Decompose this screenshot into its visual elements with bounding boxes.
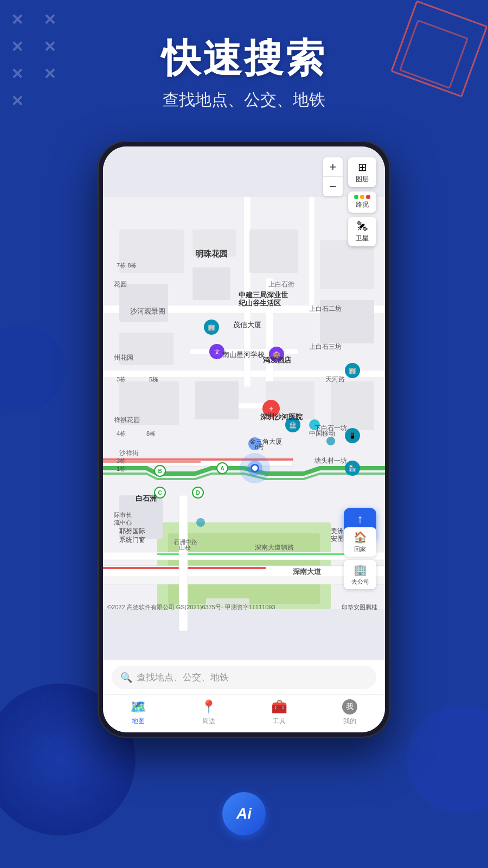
svg-text:沙祥街: 沙祥街 [119,449,139,457]
satellite-icon: 🛰 [350,220,374,233]
map-copyright: ©2022 高德软件有限公司 GS(2021)6375号- 甲测资字111110… [103,601,385,614]
profile-nav-icon: 我 [342,699,357,714]
phone-mockup: B A C D [98,141,390,738]
map-area[interactable]: B A C D [103,146,385,660]
svg-text:🏢: 🏢 [349,367,356,374]
svg-point-44 [252,465,258,471]
svg-text:花园: 花园 [114,280,127,288]
svg-text:1栋: 1栋 [117,465,126,472]
svg-text:上白石二坊: 上白石二坊 [309,305,342,312]
svg-text:流中心: 流中心 [114,519,132,526]
ai-badge-container: Ai [222,792,266,835]
nav-label-profile: 我的 [343,717,356,726]
ai-badge[interactable]: Ai [222,792,266,835]
nav-item-tools[interactable]: 🧰 工具 [244,699,314,726]
svg-text:3栋: 3栋 [117,457,126,464]
nearby-nav-icon: 📍 [201,699,217,714]
svg-text:白石洲: 白石洲 [136,494,157,502]
svg-text:3栋: 3栋 [117,376,126,382]
traffic-button[interactable]: 路况 [348,192,376,213]
svg-text:茂信大厦: 茂信大厦 [233,321,261,329]
nav-item-map[interactable]: 🗺️ 地图 [103,699,174,726]
ai-badge-text: Ai [236,805,252,822]
satellite-label: 卫星 [356,234,369,242]
svg-rect-25 [320,240,374,289]
svg-rect-28 [195,381,239,419]
nav-label-nearby: 周边 [202,717,215,726]
svg-point-62 [326,437,335,445]
svg-text:深南大道辅路: 深南大道辅路 [255,544,294,551]
search-input-wrap[interactable]: 🔍 查找地点、公交、地铁 [112,666,376,689]
layers-button[interactable]: ⊞ 图层 [348,157,376,187]
svg-text:际市长: 际市长 [114,512,132,518]
svg-rect-24 [249,229,298,273]
cross-icon: ✕ [11,11,23,29]
map-nav-icon: 🗺️ [130,699,146,714]
quick-buttons: 🏠 回家 🏢 去公司 [344,527,376,589]
svg-text:+: + [269,404,273,413]
svg-text:7栋 8栋: 7栋 8栋 [117,262,137,269]
cross-icon: ✕ [43,11,56,29]
company-button[interactable]: 🏢 去公司 [344,560,376,589]
svg-text:深南大道: 深南大道 [293,567,322,576]
svg-text:B: B [158,468,162,474]
svg-text:天河路: 天河路 [325,375,345,383]
search-placeholder: 查找地点、公交、地铁 [137,671,229,684]
svg-rect-4 [103,577,385,584]
svg-text:上白石街: 上白石街 [268,280,294,288]
route-icon: ↑ [357,512,363,526]
company-icon: 🏢 [346,563,374,576]
svg-rect-30 [331,381,374,430]
main-title: 快速搜索 [0,33,488,85]
svg-text:下白石一坊: 下白石一坊 [314,424,347,432]
layers-label: 图层 [356,175,369,183]
satellite-button[interactable]: 🛰 卫星 [348,217,376,246]
zoom-in-button[interactable]: + [323,157,343,177]
zoom-out-button[interactable]: − [323,177,343,196]
svg-text:📱: 📱 [349,432,356,439]
zoom-controls: + − [323,157,343,196]
svg-text:上白石三坊: 上白石三坊 [309,343,342,350]
svg-text:🏦: 🏦 [289,421,297,429]
svg-text:A: A [220,465,224,471]
home-button[interactable]: 🏠 回家 [344,527,376,557]
traffic-label: 路况 [356,201,369,208]
svg-text:8栋: 8栋 [146,430,156,437]
deco-circle-mid-left [0,326,65,412]
svg-text:鸿发酒店: 鸿发酒店 [263,356,292,364]
svg-text:塘头村一坊: 塘头村一坊 [314,457,347,464]
nav-item-profile[interactable]: 我 我的 [314,699,385,726]
svg-text:🏢: 🏢 [208,323,215,331]
sub-title: 查找地点、公交、地铁 [0,89,488,111]
svg-text:C: C [158,490,162,496]
svg-text:5栋: 5栋 [149,376,158,382]
svg-text:州花园: 州花园 [114,354,133,361]
deco-circle-bottom-right [407,705,488,814]
nav-label-map: 地图 [132,717,145,726]
svg-text:纪山谷生活区: 纪山谷生活区 [238,299,281,307]
svg-text:耶努国际: 耶努国际 [119,527,145,535]
svg-text:中建三局深业世: 中建三局深业世 [239,291,288,299]
home-icon: 🏠 [346,531,374,544]
svg-text:🏪: 🏪 [349,464,356,472]
map-controls: ⊞ 图层 路况 🛰 卫星 [348,157,376,246]
svg-text:明珠花园: 明珠花园 [195,249,228,258]
search-bar[interactable]: 🔍 查找地点、公交、地铁 [103,660,385,694]
nav-label-tools: 工具 [273,717,286,726]
phone-screen: B A C D [103,146,385,732]
svg-text:8号: 8号 [255,444,264,450]
copyright-text: ©2022 高德软件有限公司 GS(2021)6375号- 甲测资字111110… [107,604,275,610]
svg-text:沙河观景阁: 沙河观景阁 [130,307,165,315]
phone-frame: B A C D [98,141,390,738]
svg-rect-20 [119,284,168,322]
tools-nav-icon: 🧰 [271,699,287,714]
svg-text:系统门窗: 系统门窗 [119,536,145,544]
svg-text:金三角大厦: 金三角大厦 [249,438,282,445]
bottom-navigation: 🗺️ 地图 📍 周边 🧰 工具 我 我的 [103,694,385,732]
company-label: 去公司 [351,578,369,585]
svg-text:祥祺花园: 祥祺花园 [114,416,140,424]
svg-rect-16 [309,197,314,305]
svg-text:山校: 山校 [179,544,191,551]
svg-text:D: D [196,490,200,496]
nav-item-nearby[interactable]: 📍 周边 [174,699,244,726]
